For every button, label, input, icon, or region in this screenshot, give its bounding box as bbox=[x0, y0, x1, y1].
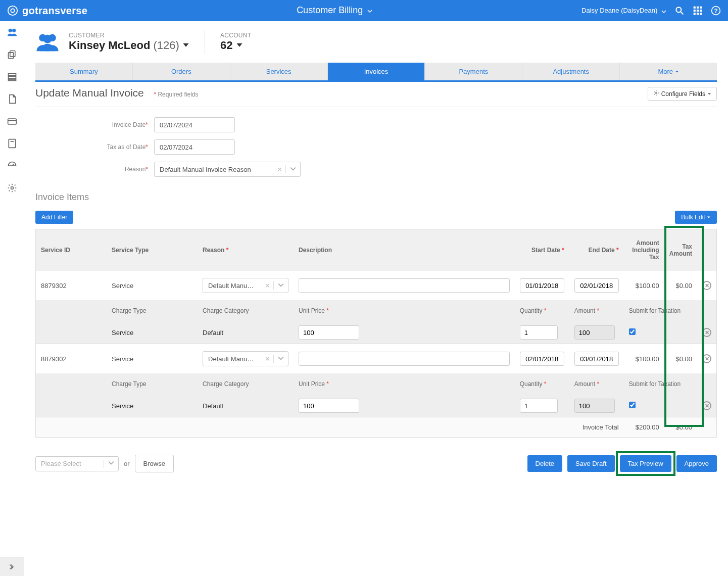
start-date-input[interactable] bbox=[520, 278, 564, 293]
account-block[interactable]: ACCOUNT 62 bbox=[220, 32, 251, 52]
sidebar-item-customers[interactable] bbox=[0, 21, 24, 43]
tab-more[interactable]: More bbox=[620, 63, 717, 80]
tax-date-label: Tax as of Date bbox=[107, 143, 146, 151]
delete-button[interactable]: Delete bbox=[527, 455, 563, 472]
configure-fields-label: Configure Fields bbox=[661, 90, 705, 98]
sidebar-item-servers[interactable] bbox=[0, 66, 24, 88]
tab-orders[interactable]: Orders bbox=[133, 63, 230, 80]
start-date-input[interactable] bbox=[520, 352, 564, 366]
cell-charge-type: Service bbox=[107, 395, 198, 417]
amount-input bbox=[574, 399, 615, 413]
invoice-date-input[interactable] bbox=[154, 117, 235, 132]
svg-point-2 bbox=[676, 7, 681, 12]
sub-charge-type: Charge Type bbox=[107, 373, 198, 395]
col-reason: Reason * bbox=[198, 229, 294, 271]
customer-block[interactable]: CUSTOMER Kinsey McLeod (126) bbox=[69, 32, 189, 52]
sub-quantity: Quantity bbox=[520, 307, 543, 314]
sub-charge-cat: Charge Category bbox=[198, 300, 294, 321]
clear-icon[interactable]: ✕ bbox=[274, 166, 285, 173]
svg-rect-8 bbox=[697, 10, 699, 12]
cell-service-type: Service bbox=[107, 271, 198, 300]
row-reason-select[interactable]: Default Manual I... ✕ bbox=[203, 351, 288, 366]
delete-charge-icon[interactable]: ✕ bbox=[702, 401, 711, 410]
tab-summary[interactable]: Summary bbox=[35, 63, 133, 80]
chevron-down-icon bbox=[707, 214, 711, 221]
clear-icon[interactable]: ✕ bbox=[262, 355, 273, 363]
description-input[interactable] bbox=[299, 352, 510, 366]
end-date-input[interactable] bbox=[574, 352, 619, 366]
sidebar-item-document[interactable] bbox=[0, 88, 24, 110]
svg-point-0 bbox=[8, 6, 17, 15]
clear-icon[interactable]: ✕ bbox=[262, 282, 273, 290]
cell-service-id: 8879302 bbox=[36, 344, 107, 373]
tab-invoices[interactable]: Invoices bbox=[328, 63, 425, 80]
chevron-down-icon bbox=[675, 68, 679, 75]
svg-point-15 bbox=[8, 29, 12, 32]
reason-value: Default Manual Invoice Reason bbox=[155, 166, 274, 173]
col-service-type: Service Type bbox=[107, 229, 198, 271]
sidebar-item-calculator[interactable] bbox=[0, 132, 24, 155]
svg-text:?: ? bbox=[714, 7, 717, 14]
unit-price-input[interactable] bbox=[299, 399, 359, 413]
chevron-down-icon bbox=[104, 460, 118, 467]
amount-input bbox=[574, 325, 615, 340]
sub-submit: Submit for Taxation bbox=[624, 373, 697, 395]
invoice-total-amount: $200.00 bbox=[624, 417, 664, 437]
svg-rect-19 bbox=[8, 73, 16, 75]
svg-line-3 bbox=[681, 12, 684, 15]
save-draft-button[interactable]: Save Draft bbox=[567, 455, 614, 472]
configure-fields-button[interactable]: Configure Fields bbox=[648, 87, 717, 101]
approve-button[interactable]: Approve bbox=[676, 455, 717, 472]
end-date-input[interactable] bbox=[574, 278, 619, 293]
reason-select[interactable]: Default Manual Invoice Reason ✕ bbox=[154, 162, 301, 177]
svg-rect-4 bbox=[694, 7, 696, 9]
apps-icon[interactable] bbox=[693, 6, 703, 16]
sub-quantity: Quantity bbox=[520, 380, 543, 388]
delete-charge-icon[interactable]: ✕ bbox=[702, 328, 711, 337]
description-input[interactable] bbox=[299, 278, 510, 293]
browse-button[interactable]: Browse bbox=[135, 455, 174, 472]
cell-charge-type: Service bbox=[107, 321, 198, 344]
bulk-edit-button[interactable]: Bulk Edit bbox=[675, 211, 717, 224]
sidebar-item-copy[interactable] bbox=[0, 43, 24, 66]
tax-date-input[interactable] bbox=[154, 139, 235, 155]
account-label: ACCOUNT bbox=[220, 32, 251, 39]
attachment-select[interactable]: Please Select bbox=[35, 456, 119, 471]
sidebar-item-dashboard[interactable] bbox=[0, 155, 24, 177]
tab-adjustments[interactable]: Adjustments bbox=[522, 63, 620, 80]
sidebar-item-payment[interactable] bbox=[0, 110, 24, 132]
user-menu[interactable]: Daisy Deane (DaisyDean) bbox=[581, 7, 666, 15]
search-icon[interactable] bbox=[674, 6, 685, 16]
unit-price-input[interactable] bbox=[299, 325, 359, 340]
quantity-input[interactable] bbox=[520, 399, 558, 413]
sidebar-expand[interactable] bbox=[0, 557, 24, 576]
invoice-total-label: Invoice Total bbox=[36, 417, 624, 437]
topbar-center[interactable]: Customer Billing bbox=[87, 5, 581, 16]
svg-rect-22 bbox=[8, 119, 16, 124]
sub-charge-cat: Charge Category bbox=[198, 373, 294, 395]
quantity-input[interactable] bbox=[520, 325, 558, 340]
svg-rect-12 bbox=[700, 13, 702, 15]
add-filter-button[interactable]: Add Filter bbox=[35, 211, 73, 224]
sidebar-item-settings[interactable] bbox=[0, 177, 24, 199]
submit-tax-checkbox[interactable] bbox=[629, 328, 636, 335]
sub-unit-price: Unit Price bbox=[299, 380, 325, 388]
col-start: Start Date * bbox=[515, 229, 569, 271]
row-reason-select[interactable]: Default Manual I... ✕ bbox=[203, 278, 288, 293]
chevron-down-icon bbox=[661, 7, 666, 15]
tab-services[interactable]: Services bbox=[230, 63, 328, 80]
cell-amount-incl-tax: $100.00 bbox=[624, 271, 664, 300]
delete-row-icon[interactable]: ✕ bbox=[702, 281, 711, 290]
chevron-down-icon bbox=[274, 355, 288, 363]
required-note: Required fields bbox=[158, 91, 198, 98]
tax-preview-button[interactable]: Tax Preview bbox=[620, 455, 671, 472]
tab-payments[interactable]: Payments bbox=[425, 63, 522, 80]
submit-tax-checkbox[interactable] bbox=[629, 402, 636, 408]
delete-row-icon[interactable]: ✕ bbox=[702, 354, 711, 363]
invoice-date-label: Invoice Date bbox=[112, 121, 146, 128]
svg-rect-9 bbox=[700, 10, 702, 12]
svg-rect-20 bbox=[8, 76, 16, 78]
topbar: gotransverse Customer Billing Daisy Dean… bbox=[0, 0, 728, 21]
svg-rect-11 bbox=[697, 13, 699, 15]
help-icon[interactable]: ? bbox=[711, 6, 721, 16]
